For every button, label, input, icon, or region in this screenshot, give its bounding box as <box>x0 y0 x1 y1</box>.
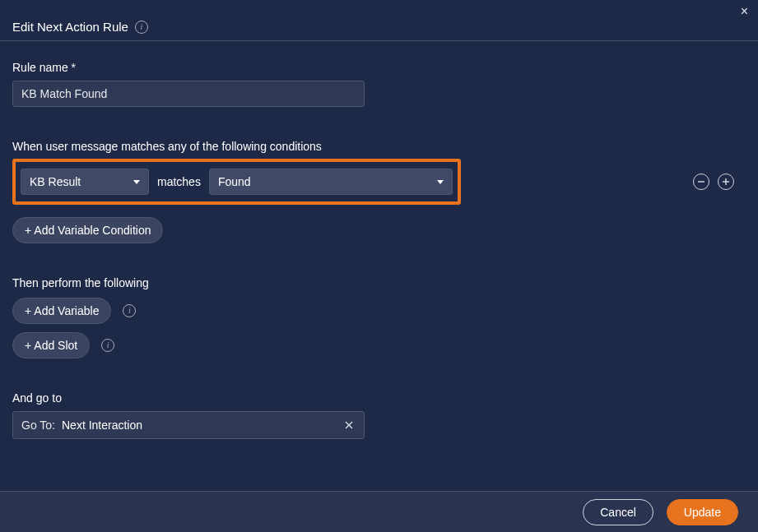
plus-icon <box>722 178 730 186</box>
goto-label: And go to <box>12 391 746 405</box>
cancel-button[interactable]: Cancel <box>583 499 653 525</box>
condition-variable-value: KB Result <box>30 175 81 188</box>
goto-select[interactable]: Go To: Next Interaction <box>12 411 365 439</box>
dialog-header: Edit Next Action Rule i <box>0 0 758 41</box>
goto-prefix: Go To: <box>21 419 55 432</box>
edit-rule-dialog: × Edit Next Action Rule i Rule name * Wh… <box>0 0 758 532</box>
condition-highlight: KB Result matches Found <box>12 159 461 205</box>
chevron-down-icon <box>133 180 140 184</box>
dialog-title: Edit Next Action Rule <box>12 20 128 34</box>
add-condition-button[interactable] <box>718 173 734 190</box>
close-button[interactable]: × <box>741 5 748 18</box>
update-button[interactable]: Update <box>667 499 738 525</box>
dialog-footer: Cancel Update <box>0 491 758 532</box>
rule-name-input[interactable] <box>12 81 365 107</box>
info-icon[interactable]: i <box>101 339 114 352</box>
then-label: Then perform the following <box>12 276 746 289</box>
goto-clear-button[interactable] <box>341 417 357 433</box>
condition-value-select[interactable]: Found <box>209 169 453 195</box>
info-icon[interactable]: i <box>123 304 136 317</box>
close-icon <box>344 420 354 430</box>
dialog-body: Rule name * When user message matches an… <box>0 41 758 491</box>
minus-icon <box>697 178 705 186</box>
remove-condition-button[interactable] <box>693 173 709 190</box>
condition-operator: matches <box>156 175 202 188</box>
add-variable-condition-button[interactable]: + Add Variable Condition <box>12 217 163 243</box>
info-icon[interactable]: i <box>135 21 148 34</box>
condition-value-text: Found <box>218 175 251 188</box>
goto-value: Next Interaction <box>62 419 334 432</box>
condition-row: KB Result matches Found <box>12 158 746 206</box>
add-variable-button[interactable]: + Add Variable <box>12 298 111 324</box>
conditions-label: When user message matches any of the fol… <box>12 140 746 153</box>
condition-row-actions <box>693 173 746 190</box>
chevron-down-icon <box>437 180 444 184</box>
rule-name-label: Rule name * <box>12 61 746 74</box>
add-slot-button[interactable]: + Add Slot <box>12 332 90 359</box>
condition-variable-select[interactable]: KB Result <box>21 169 149 195</box>
